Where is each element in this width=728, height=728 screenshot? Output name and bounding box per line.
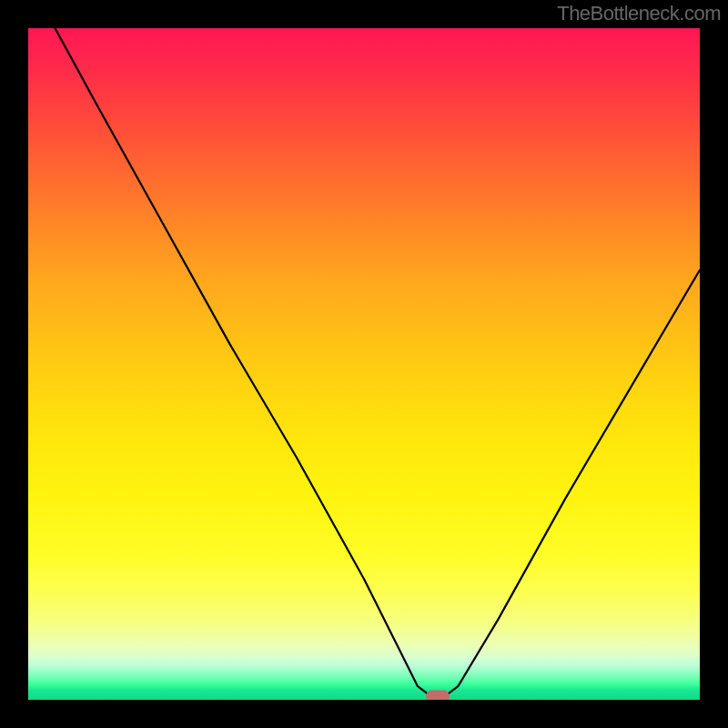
- watermark-text: TheBottleneck.com: [557, 2, 721, 25]
- minimum-marker: [426, 691, 450, 700]
- chart-container: TheBottleneck.com: [0, 0, 728, 728]
- curve-svg: [28, 28, 700, 700]
- plot-area: [28, 28, 700, 700]
- bottleneck-curve-line: [56, 28, 701, 696]
